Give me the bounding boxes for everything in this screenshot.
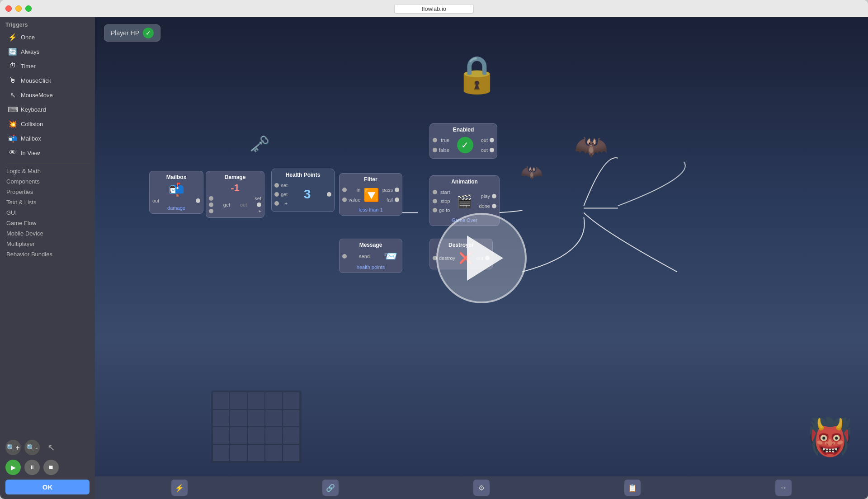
mailbox-icon: 📬 (8, 134, 17, 143)
titlebar: flowlab.io (0, 0, 868, 17)
hp-value: 3 (304, 187, 311, 202)
sidebar-item-mailbox-label: Mailbox (21, 135, 41, 142)
floor-grid (211, 391, 302, 463)
sidebar: Triggers ⚡ Once 🔄 Always ⏱ Timer 🖱 Mouse… (0, 17, 95, 499)
bottom-bar-btn-3[interactable]: ⚙ (473, 480, 490, 496)
damage-get-label: get (223, 202, 230, 207)
sidebar-category-mobile[interactable]: Mobile Device (0, 228, 95, 239)
sidebar-item-once-label: Once (21, 34, 35, 41)
mailbox-out-label: out (152, 198, 159, 203)
mailbox-node[interactable]: Mailbox 📬 out damage (149, 171, 203, 214)
sidebar-category-bundles[interactable]: Behavior Bundles (0, 249, 95, 259)
damage-set-row: set (209, 196, 261, 201)
bottom-bar-btn-5[interactable]: ↔ (775, 480, 792, 496)
sidebar-item-always-label: Always (21, 48, 39, 55)
sidebar-category-gui[interactable]: GUI (0, 207, 95, 218)
sidebar-item-inview[interactable]: 👁 In View (2, 146, 93, 160)
mailbox-out-row: out (152, 198, 200, 203)
mailbox-node-label: damage (152, 205, 200, 211)
message-node[interactable]: Message send 📨 health points (339, 239, 402, 273)
damage-set-port[interactable] (209, 196, 213, 201)
main-canvas: Player HP ✓ 🔒 🦇 🦇 👹 🗝️ (95, 17, 868, 499)
key-icon: 🗝️ (250, 135, 270, 154)
lock-icon: 🔒 (454, 53, 500, 96)
maximize-button[interactable] (25, 5, 32, 12)
sidebar-item-once[interactable]: ⚡ Once (2, 30, 93, 44)
enabled-false-port[interactable] (433, 148, 437, 152)
sidebar-category-logic[interactable]: Logic & Math (0, 166, 95, 176)
sidebar-item-mouseclick[interactable]: 🖱 MouseClick (2, 74, 93, 87)
anim-stop-port[interactable] (433, 199, 437, 203)
damage-get-port[interactable] (209, 202, 213, 207)
damage-set-label: set (255, 196, 261, 201)
bottom-bar-btn-1[interactable]: ⚡ (171, 480, 188, 496)
hp-get-port[interactable] (274, 192, 279, 197)
player-hp-label: Player HP (111, 29, 139, 37)
health-points-node[interactable]: Health Points set get + (271, 169, 335, 212)
anim-done-port[interactable] (492, 204, 496, 208)
mailbox-out-port[interactable] (196, 198, 200, 203)
creature-dark: 👹 (807, 416, 853, 458)
filter-in-port[interactable] (342, 188, 347, 192)
keyboard-icon: ⌨ (8, 105, 17, 114)
damage-get-row: get out (209, 202, 261, 207)
health-points-title: Health Points (274, 172, 331, 178)
pause-button[interactable]: ⏸ (24, 460, 40, 475)
filter-icon: 🔽 (363, 188, 379, 202)
minimize-button[interactable] (15, 5, 22, 12)
playback-controls: ▶ ⏸ ⏹ (5, 460, 90, 475)
enabled-true-port[interactable] (433, 138, 437, 142)
play-overlay-button[interactable] (436, 213, 527, 303)
sidebar-item-collision[interactable]: 💥 Collision (2, 117, 93, 131)
enabled-out-port-1[interactable] (490, 138, 494, 142)
anim-goto-port[interactable] (433, 208, 437, 212)
filter-value-port[interactable] (342, 198, 347, 202)
damage-plus-label: + (259, 208, 261, 214)
zoom-in-button[interactable]: 🔍+ (5, 440, 21, 455)
bottom-bar-btn-2[interactable]: 🔗 (322, 480, 339, 496)
sidebar-category-properties[interactable]: Properties (0, 187, 95, 197)
close-button[interactable] (5, 5, 12, 12)
app-window: flowlab.io Triggers ⚡ Once 🔄 Always ⏱ Ti… (0, 0, 868, 499)
damage-value: -1 (209, 182, 261, 194)
sidebar-item-always[interactable]: 🔄 Always (2, 45, 93, 58)
filter-node[interactable]: Filter in value 🔽 (339, 173, 402, 216)
anim-start-port[interactable] (433, 190, 437, 194)
ok-button[interactable]: OK (5, 480, 90, 494)
enabled-out-port-2[interactable] (490, 148, 494, 152)
hp-out-port[interactable] (327, 192, 331, 197)
sidebar-item-mailbox[interactable]: 📬 Mailbox (2, 132, 93, 145)
mouseclick-icon: 🖱 (8, 76, 17, 85)
filter-fail-port[interactable] (395, 198, 399, 202)
damage-out-label: out (240, 202, 247, 207)
sidebar-item-mousemove[interactable]: ↖ MouseMove (2, 88, 93, 102)
hp-get-row: get (274, 192, 288, 197)
enabled-node[interactable]: Enabled true false ✓ (429, 123, 497, 159)
bottom-bar-btn-4[interactable]: 📋 (624, 480, 641, 496)
sidebar-category-multiplayer[interactable]: Multiplayer (0, 239, 95, 249)
filter-pass-port[interactable] (395, 188, 399, 192)
damage-out-port[interactable] (257, 202, 261, 207)
anim-play-port[interactable] (492, 194, 496, 198)
sidebar-category-components[interactable]: Components (0, 176, 95, 187)
message-icon: 📨 (384, 250, 397, 263)
sidebar-category-text[interactable]: Text & Lists (0, 197, 95, 207)
zoom-controls: 🔍+ 🔍- ↖ (5, 440, 90, 455)
sidebar-item-inview-label: In View (21, 150, 40, 156)
play-button[interactable]: ▶ (5, 460, 21, 475)
sidebar-item-keyboard[interactable]: ⌨ Keyboard (2, 103, 93, 116)
traffic-lights (5, 5, 32, 12)
sidebar-item-timer-label: Timer (21, 63, 36, 70)
message-label: health points (342, 264, 399, 270)
hp-set-port[interactable] (274, 183, 279, 188)
damage-node[interactable]: Damage -1 set get out + (206, 171, 264, 218)
sidebar-item-timer[interactable]: ⏱ Timer (2, 59, 93, 73)
filter-title: Filter (342, 176, 399, 183)
sidebar-category-gameflow[interactable]: Game Flow (0, 218, 95, 228)
message-send-port[interactable] (342, 254, 347, 259)
hp-plus-port[interactable] (274, 201, 279, 206)
zoom-out-button[interactable]: 🔍- (24, 440, 40, 455)
damage-plus-port[interactable] (209, 209, 213, 213)
window-title: flowlab.io (394, 4, 474, 14)
stop-button[interactable]: ⏹ (43, 460, 59, 475)
